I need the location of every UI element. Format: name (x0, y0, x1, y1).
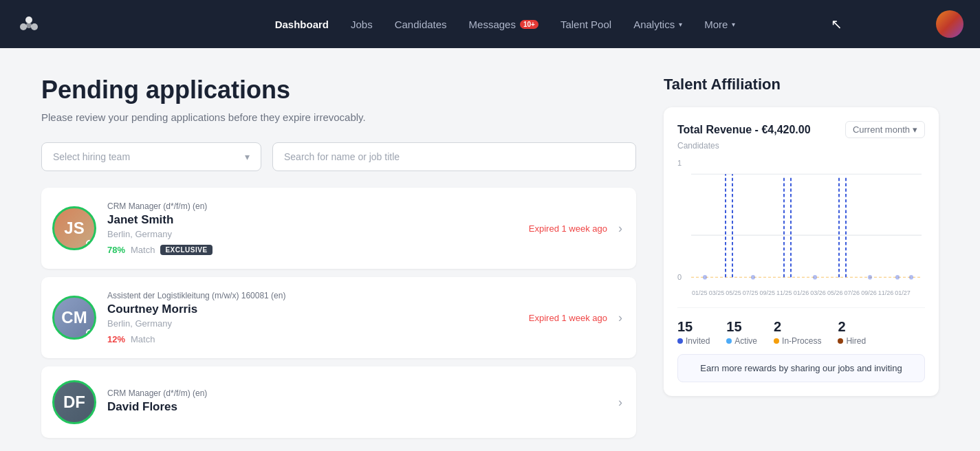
nav-jobs[interactable]: Jobs (351, 19, 373, 30)
stat-active-value: 15 (726, 319, 757, 335)
stat-active-label: Active (726, 336, 757, 346)
analytics-chevron-icon: ▾ (679, 21, 682, 28)
svg-point-2 (31, 23, 38, 30)
job-title-2: CRM Manager (d*/f/m) (en) (107, 388, 607, 398)
chart-svg (677, 159, 925, 296)
nav-dashboard[interactable]: Dashboard (275, 19, 329, 30)
job-title-0: CRM Manager (d*/f/m) (en) (107, 201, 518, 211)
match-pct-1: 12% (107, 334, 125, 344)
left-content: Pending applications Please review your … (41, 76, 636, 446)
svg-point-13 (703, 275, 707, 280)
active-dot (726, 338, 732, 344)
hired-dot (838, 338, 843, 344)
chart-x-labels: 01/25 03/25 05/25 07/25 09/25 11/25 01/2… (677, 289, 925, 296)
candidate-name-1: Courtney Morris (107, 302, 518, 316)
svg-point-1 (20, 23, 27, 30)
period-selector[interactable]: Current month ▾ (845, 121, 925, 138)
earn-more-banner: Earn more rewards by sharing our jobs an… (677, 354, 925, 382)
period-label: Current month (853, 124, 910, 135)
candidate-location-1: Berlin, Germany (107, 318, 518, 329)
nav-messages[interactable]: Messages 10+ (469, 19, 538, 30)
cursor-indicator: ↖ (831, 16, 842, 32)
right-panel: Talent Affiliation Total Revenue - €4,42… (664, 76, 939, 446)
search-placeholder: Search for name or job title (284, 151, 400, 162)
candidate-card-0[interactable]: JS CRM Manager (d*/f/m) (en) Janet Smith… (41, 188, 636, 269)
messages-badge: 10+ (520, 20, 538, 29)
stat-hired-label: Hired (838, 336, 866, 346)
candidates-label: Candidates (677, 141, 925, 151)
nav-more[interactable]: More ▾ (704, 19, 735, 30)
match-pct-0: 78% (107, 245, 125, 255)
invited-dot (677, 338, 683, 344)
stats-row: 15 Invited 15 Active 2 (677, 307, 925, 346)
page-title: Pending applications (41, 76, 636, 104)
hiring-team-placeholder: Select hiring team (53, 151, 130, 162)
nav-analytics[interactable]: Analytics ▾ (633, 19, 682, 30)
job-title-1: Assistent der Logistikleitung (m/w/x) 16… (107, 291, 518, 300)
card-chevron-icon-2[interactable]: › (618, 395, 622, 410)
user-avatar[interactable] (936, 10, 963, 38)
status-row-0: Expired 1 week ago › (529, 221, 622, 236)
stat-inprocess: 2 In-Process (774, 319, 821, 346)
stat-inprocess-value: 2 (774, 319, 821, 335)
status-row-2: › (618, 395, 622, 410)
candidate-card-2[interactable]: DF CRM Manager (d*/f/m) (en) David Flore… (41, 366, 636, 438)
select-chevron-icon: ▾ (245, 151, 250, 162)
nav-links: Dashboard Jobs Candidates Messages 10+ T… (74, 19, 936, 30)
app-info-0: CRM Manager (d*/f/m) (en) Janet Smith Be… (107, 201, 518, 255)
nav-talent-pool[interactable]: Talent Pool (560, 19, 611, 30)
stat-inprocess-label: In-Process (774, 336, 821, 346)
more-chevron-icon: ▾ (732, 21, 735, 28)
match-row-1: 12% Match (107, 334, 518, 344)
svg-point-0 (25, 16, 32, 23)
candidate-card-1[interactable]: CM Assistent der Logistikleitung (m/w/x)… (41, 277, 636, 358)
brand-logo[interactable] (17, 12, 41, 36)
page-subtitle: Please review your pending applications … (41, 111, 636, 123)
app-info-1: Assistent der Logistikleitung (m/w/x) 16… (107, 291, 518, 344)
match-row-0: 78% Match EXCLUSIVE (107, 245, 518, 255)
exclusive-tag-0: EXCLUSIVE (160, 245, 212, 255)
candidate-name-2: David Flores (107, 400, 607, 414)
stat-active: 15 Active (726, 319, 757, 346)
svg-point-15 (813, 275, 817, 280)
status-row-1: Expired 1 week ago › (529, 311, 622, 325)
chart-area: 1 0 (677, 159, 925, 296)
candidate-name-0: Janet Smith (107, 213, 518, 227)
candidate-location-0: Berlin, Germany (107, 229, 518, 239)
online-dot-1 (86, 329, 93, 336)
candidate-avatar-2: DF (52, 380, 96, 424)
stat-invited: 15 Invited (677, 319, 710, 346)
card-chevron-icon-0[interactable]: › (618, 221, 622, 236)
candidate-avatar-0: JS (52, 206, 96, 250)
search-input[interactable]: Search for name or job title (272, 142, 636, 171)
affiliation-header: Total Revenue - €4,420.00 Current month … (677, 121, 925, 138)
total-revenue-label: Total Revenue - €4,420.00 (677, 124, 811, 136)
stat-hired: 2 Hired (838, 319, 866, 346)
match-label-1: Match (131, 334, 155, 344)
card-chevron-icon-1[interactable]: › (618, 311, 622, 325)
stat-hired-value: 2 (838, 319, 866, 335)
navbar: Dashboard Jobs Candidates Messages 10+ T… (0, 0, 980, 48)
match-label-0: Match (131, 245, 155, 255)
main-container: Pending applications Please review your … (0, 48, 980, 451)
panel-title: Talent Affiliation (664, 76, 939, 94)
period-chevron-icon: ▾ (913, 124, 917, 135)
hiring-team-select[interactable]: Select hiring team ▾ (41, 142, 261, 171)
svg-point-16 (868, 275, 872, 280)
svg-point-3 (26, 23, 32, 28)
navbar-right: ↖ (936, 10, 963, 38)
inprocess-dot (774, 338, 779, 344)
chart-y-min: 0 (677, 273, 682, 281)
online-dot (86, 240, 93, 247)
app-status-0: Expired 1 week ago (529, 223, 607, 234)
svg-point-17 (895, 275, 900, 280)
svg-point-14 (751, 275, 755, 280)
nav-candidates[interactable]: Candidates (395, 19, 447, 30)
filter-row: Select hiring team ▾ Search for name or … (41, 142, 636, 171)
stat-invited-label: Invited (677, 336, 710, 346)
stat-invited-value: 15 (677, 319, 710, 335)
svg-point-18 (909, 275, 913, 280)
affiliation-card: Total Revenue - €4,420.00 Current month … (664, 107, 939, 396)
chart-y-max: 1 (677, 159, 682, 167)
app-info-2: CRM Manager (d*/f/m) (en) David Flores (107, 388, 607, 416)
